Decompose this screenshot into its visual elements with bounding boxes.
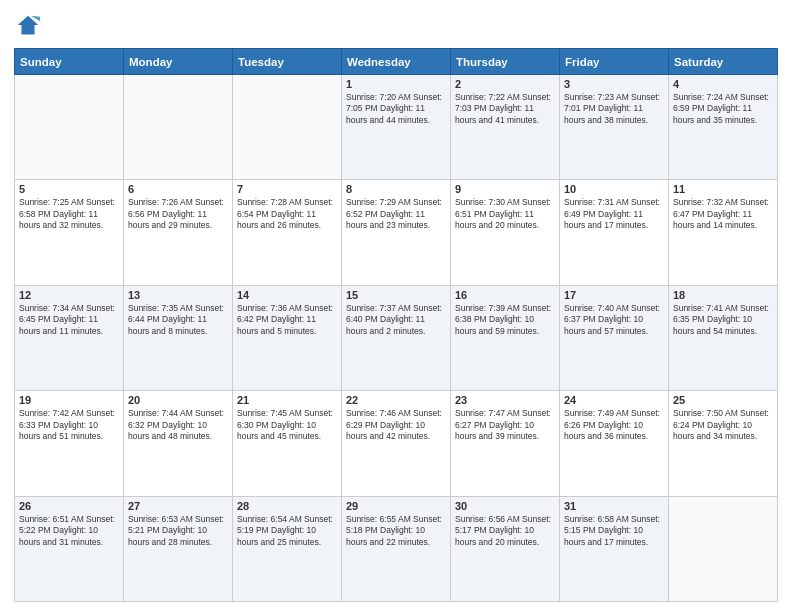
calendar-day-header: Wednesday (342, 49, 451, 75)
calendar-cell: 4Sunrise: 7:24 AM Sunset: 6:59 PM Daylig… (669, 75, 778, 180)
calendar-cell: 29Sunrise: 6:55 AM Sunset: 5:18 PM Dayli… (342, 496, 451, 601)
day-number: 14 (237, 289, 337, 301)
day-number: 7 (237, 183, 337, 195)
cell-content: Sunrise: 7:32 AM Sunset: 6:47 PM Dayligh… (673, 197, 773, 231)
day-number: 9 (455, 183, 555, 195)
day-number: 21 (237, 394, 337, 406)
calendar-cell (124, 75, 233, 180)
calendar-cell: 12Sunrise: 7:34 AM Sunset: 6:45 PM Dayli… (15, 285, 124, 390)
day-number: 28 (237, 500, 337, 512)
day-number: 10 (564, 183, 664, 195)
day-number: 31 (564, 500, 664, 512)
calendar-cell: 25Sunrise: 7:50 AM Sunset: 6:24 PM Dayli… (669, 391, 778, 496)
day-number: 6 (128, 183, 228, 195)
cell-content: Sunrise: 7:37 AM Sunset: 6:40 PM Dayligh… (346, 303, 446, 337)
calendar-cell: 27Sunrise: 6:53 AM Sunset: 5:21 PM Dayli… (124, 496, 233, 601)
calendar-day-header: Friday (560, 49, 669, 75)
day-number: 15 (346, 289, 446, 301)
day-number: 16 (455, 289, 555, 301)
cell-content: Sunrise: 7:50 AM Sunset: 6:24 PM Dayligh… (673, 408, 773, 442)
calendar-cell (669, 496, 778, 601)
calendar-cell: 16Sunrise: 7:39 AM Sunset: 6:38 PM Dayli… (451, 285, 560, 390)
cell-content: Sunrise: 6:51 AM Sunset: 5:22 PM Dayligh… (19, 514, 119, 548)
calendar-cell: 19Sunrise: 7:42 AM Sunset: 6:33 PM Dayli… (15, 391, 124, 496)
calendar-cell: 31Sunrise: 6:58 AM Sunset: 5:15 PM Dayli… (560, 496, 669, 601)
calendar-cell: 13Sunrise: 7:35 AM Sunset: 6:44 PM Dayli… (124, 285, 233, 390)
day-number: 13 (128, 289, 228, 301)
calendar-week-row: 5Sunrise: 7:25 AM Sunset: 6:58 PM Daylig… (15, 180, 778, 285)
day-number: 3 (564, 78, 664, 90)
cell-content: Sunrise: 7:24 AM Sunset: 6:59 PM Dayligh… (673, 92, 773, 126)
calendar-cell: 26Sunrise: 6:51 AM Sunset: 5:22 PM Dayli… (15, 496, 124, 601)
calendar-cell: 17Sunrise: 7:40 AM Sunset: 6:37 PM Dayli… (560, 285, 669, 390)
calendar-cell: 24Sunrise: 7:49 AM Sunset: 6:26 PM Dayli… (560, 391, 669, 496)
cell-content: Sunrise: 7:41 AM Sunset: 6:35 PM Dayligh… (673, 303, 773, 337)
svg-marker-0 (18, 16, 39, 35)
cell-content: Sunrise: 7:36 AM Sunset: 6:42 PM Dayligh… (237, 303, 337, 337)
cell-content: Sunrise: 6:54 AM Sunset: 5:19 PM Dayligh… (237, 514, 337, 548)
day-number: 29 (346, 500, 446, 512)
day-number: 22 (346, 394, 446, 406)
cell-content: Sunrise: 6:56 AM Sunset: 5:17 PM Dayligh… (455, 514, 555, 548)
calendar-week-row: 19Sunrise: 7:42 AM Sunset: 6:33 PM Dayli… (15, 391, 778, 496)
calendar-day-header: Thursday (451, 49, 560, 75)
cell-content: Sunrise: 7:40 AM Sunset: 6:37 PM Dayligh… (564, 303, 664, 337)
cell-content: Sunrise: 7:20 AM Sunset: 7:05 PM Dayligh… (346, 92, 446, 126)
calendar-cell: 1Sunrise: 7:20 AM Sunset: 7:05 PM Daylig… (342, 75, 451, 180)
calendar-cell: 11Sunrise: 7:32 AM Sunset: 6:47 PM Dayli… (669, 180, 778, 285)
day-number: 26 (19, 500, 119, 512)
cell-content: Sunrise: 7:49 AM Sunset: 6:26 PM Dayligh… (564, 408, 664, 442)
cell-content: Sunrise: 7:22 AM Sunset: 7:03 PM Dayligh… (455, 92, 555, 126)
calendar-week-row: 12Sunrise: 7:34 AM Sunset: 6:45 PM Dayli… (15, 285, 778, 390)
day-number: 17 (564, 289, 664, 301)
page: SundayMondayTuesdayWednesdayThursdayFrid… (0, 0, 792, 612)
logo-icon (14, 12, 42, 40)
day-number: 30 (455, 500, 555, 512)
calendar-cell: 30Sunrise: 6:56 AM Sunset: 5:17 PM Dayli… (451, 496, 560, 601)
calendar-cell: 5Sunrise: 7:25 AM Sunset: 6:58 PM Daylig… (15, 180, 124, 285)
calendar-day-header: Monday (124, 49, 233, 75)
cell-content: Sunrise: 7:45 AM Sunset: 6:30 PM Dayligh… (237, 408, 337, 442)
day-number: 19 (19, 394, 119, 406)
calendar-cell: 18Sunrise: 7:41 AM Sunset: 6:35 PM Dayli… (669, 285, 778, 390)
cell-content: Sunrise: 7:26 AM Sunset: 6:56 PM Dayligh… (128, 197, 228, 231)
cell-content: Sunrise: 7:25 AM Sunset: 6:58 PM Dayligh… (19, 197, 119, 231)
calendar-cell: 22Sunrise: 7:46 AM Sunset: 6:29 PM Dayli… (342, 391, 451, 496)
cell-content: Sunrise: 7:47 AM Sunset: 6:27 PM Dayligh… (455, 408, 555, 442)
cell-content: Sunrise: 7:35 AM Sunset: 6:44 PM Dayligh… (128, 303, 228, 337)
calendar-day-header: Sunday (15, 49, 124, 75)
calendar-cell: 9Sunrise: 7:30 AM Sunset: 6:51 PM Daylig… (451, 180, 560, 285)
cell-content: Sunrise: 7:34 AM Sunset: 6:45 PM Dayligh… (19, 303, 119, 337)
calendar-week-row: 1Sunrise: 7:20 AM Sunset: 7:05 PM Daylig… (15, 75, 778, 180)
calendar-header-row: SundayMondayTuesdayWednesdayThursdayFrid… (15, 49, 778, 75)
calendar-table: SundayMondayTuesdayWednesdayThursdayFrid… (14, 48, 778, 602)
cell-content: Sunrise: 7:46 AM Sunset: 6:29 PM Dayligh… (346, 408, 446, 442)
day-number: 25 (673, 394, 773, 406)
calendar-cell: 14Sunrise: 7:36 AM Sunset: 6:42 PM Dayli… (233, 285, 342, 390)
day-number: 4 (673, 78, 773, 90)
cell-content: Sunrise: 6:55 AM Sunset: 5:18 PM Dayligh… (346, 514, 446, 548)
calendar-cell: 7Sunrise: 7:28 AM Sunset: 6:54 PM Daylig… (233, 180, 342, 285)
day-number: 8 (346, 183, 446, 195)
cell-content: Sunrise: 6:58 AM Sunset: 5:15 PM Dayligh… (564, 514, 664, 548)
calendar-cell: 8Sunrise: 7:29 AM Sunset: 6:52 PM Daylig… (342, 180, 451, 285)
cell-content: Sunrise: 7:39 AM Sunset: 6:38 PM Dayligh… (455, 303, 555, 337)
cell-content: Sunrise: 7:28 AM Sunset: 6:54 PM Dayligh… (237, 197, 337, 231)
day-number: 11 (673, 183, 773, 195)
calendar-cell: 2Sunrise: 7:22 AM Sunset: 7:03 PM Daylig… (451, 75, 560, 180)
calendar-cell: 6Sunrise: 7:26 AM Sunset: 6:56 PM Daylig… (124, 180, 233, 285)
cell-content: Sunrise: 7:44 AM Sunset: 6:32 PM Dayligh… (128, 408, 228, 442)
cell-content: Sunrise: 7:23 AM Sunset: 7:01 PM Dayligh… (564, 92, 664, 126)
calendar-day-header: Saturday (669, 49, 778, 75)
calendar-day-header: Tuesday (233, 49, 342, 75)
calendar-week-row: 26Sunrise: 6:51 AM Sunset: 5:22 PM Dayli… (15, 496, 778, 601)
day-number: 12 (19, 289, 119, 301)
cell-content: Sunrise: 7:31 AM Sunset: 6:49 PM Dayligh… (564, 197, 664, 231)
day-number: 24 (564, 394, 664, 406)
day-number: 1 (346, 78, 446, 90)
day-number: 5 (19, 183, 119, 195)
calendar-cell: 20Sunrise: 7:44 AM Sunset: 6:32 PM Dayli… (124, 391, 233, 496)
calendar-cell: 10Sunrise: 7:31 AM Sunset: 6:49 PM Dayli… (560, 180, 669, 285)
cell-content: Sunrise: 7:29 AM Sunset: 6:52 PM Dayligh… (346, 197, 446, 231)
cell-content: Sunrise: 6:53 AM Sunset: 5:21 PM Dayligh… (128, 514, 228, 548)
